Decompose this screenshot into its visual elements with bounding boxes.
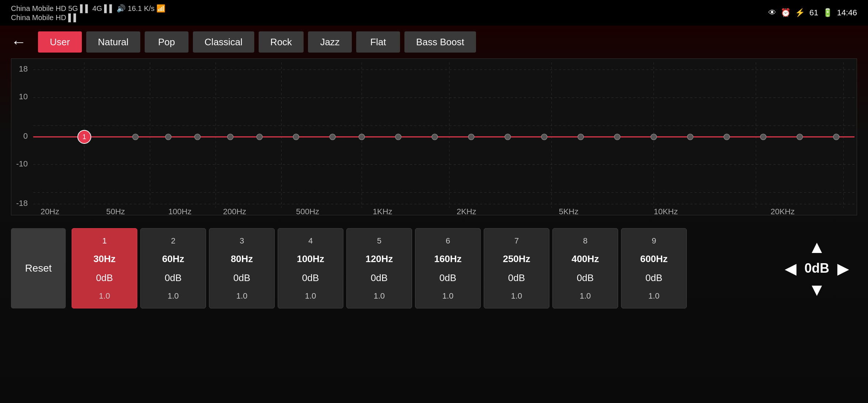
preset-rock[interactable]: Rock [259,31,304,53]
band-8-q: 1.0 [580,291,591,301]
svg-point-42 [760,134,766,140]
db-decrease-button[interactable]: ◀ [785,260,796,277]
svg-point-25 [165,134,171,140]
band-2-q: 1.0 [168,291,179,301]
band-8-freq: 400Hz [571,253,599,265]
svg-text:5KHz: 5KHz [559,207,579,215]
band-1-freq: 30Hz [94,253,116,265]
reset-button[interactable]: Reset [11,228,66,308]
preset-jazz[interactable]: Jazz [308,31,352,53]
svg-text:500Hz: 500Hz [296,207,319,215]
svg-point-40 [687,134,693,140]
band-3-db: 0dB [233,272,250,284]
preset-flat[interactable]: Flat [356,31,400,53]
band-list: 1 30Hz 0dB 1.0 2 60Hz 0dB 1.0 3 80Hz 0dB… [72,228,766,308]
svg-point-27 [227,134,233,140]
svg-text:1: 1 [83,133,86,141]
carrier-info-2: China Mobile HD ▌▌ [11,14,166,22]
band-2[interactable]: 2 60Hz 0dB 1.0 [140,228,206,308]
band-9-num: 9 [652,236,656,246]
down-arrow-button[interactable]: ▼ [808,281,826,299]
band-1-num: 1 [102,236,107,246]
band-1[interactable]: 1 30Hz 0dB 1.0 [72,228,137,308]
band-5-q: 1.0 [374,291,385,301]
preset-classical[interactable]: Classical [193,31,254,53]
status-right: 👁 ⏰ ⚡ 61 🔋 14:46 [768,8,857,18]
band-6-q: 1.0 [442,291,454,301]
svg-text:-18: -18 [16,199,28,208]
band-3-num: 3 [240,236,244,246]
db-value: 0dB [802,261,831,276]
band-9-q: 1.0 [648,291,660,301]
preset-bass-boost[interactable]: Bass Boost [404,31,476,53]
band-3-freq: 80Hz [231,253,253,265]
band-2-num: 2 [171,236,175,246]
band-7[interactable]: 7 250Hz 0dB 1.0 [484,228,549,308]
band-7-db: 0dB [508,272,525,284]
band-4-q: 1.0 [305,291,316,301]
svg-text:50Hz: 50Hz [106,207,125,215]
alarm-icon: ⏰ [781,8,791,18]
db-display: ◀ 0dB ▶ [785,260,849,277]
band-4-num: 4 [308,236,313,246]
band-6[interactable]: 6 160Hz 0dB 1.0 [415,228,481,308]
preset-pop[interactable]: Pop [145,31,189,53]
svg-text:10KHz: 10KHz [654,207,678,215]
eq-chart-container: 18 10 0 -10 -18 1 [11,58,857,215]
svg-text:10: 10 [19,92,28,101]
back-button[interactable]: ← [11,34,34,50]
eye-icon: 👁 [768,8,776,18]
band-5-db: 0dB [371,272,388,284]
svg-text:0: 0 [23,131,28,141]
right-controls: ▲ ◀ 0dB ▶ ▼ [777,228,857,308]
svg-point-35 [505,134,511,140]
svg-point-37 [578,134,584,140]
band-7-q: 1.0 [511,291,522,301]
svg-text:200Hz: 200Hz [223,207,246,215]
battery-icon: 🔋 [823,8,833,18]
preset-natural[interactable]: Natural [86,31,140,53]
eq-chart[interactable]: 18 10 0 -10 -18 1 [11,58,857,215]
svg-point-39 [651,134,656,140]
svg-text:1KHz: 1KHz [373,207,392,215]
svg-point-41 [724,134,730,140]
db-increase-button[interactable]: ▶ [837,260,849,277]
main-content: ← User Natural Pop Classical Rock Jazz F… [0,26,868,403]
svg-text:18: 18 [19,64,28,73]
band-2-freq: 60Hz [162,253,184,265]
svg-point-29 [293,134,299,140]
band-9-freq: 600Hz [640,253,667,265]
bluetooth-icon: ⚡ [795,8,805,18]
svg-text:20Hz: 20Hz [41,207,59,215]
svg-text:-10: -10 [16,159,28,168]
svg-point-32 [395,134,401,140]
band-5-num: 5 [377,236,381,246]
svg-text:2KHz: 2KHz [457,207,476,215]
band-5[interactable]: 5 120Hz 0dB 1.0 [346,228,412,308]
up-arrow-button[interactable]: ▲ [808,238,826,256]
band-2-db: 0dB [165,272,182,284]
band-3[interactable]: 3 80Hz 0dB 1.0 [209,228,275,308]
band-8[interactable]: 8 400Hz 0dB 1.0 [552,228,618,308]
band-8-db: 0dB [577,272,594,284]
time-display: 14:46 [837,8,857,18]
band-4[interactable]: 4 100Hz 0dB 1.0 [278,228,343,308]
band-3-q: 1.0 [236,291,248,301]
battery-display: 61 [809,8,818,18]
svg-point-33 [432,134,438,140]
svg-point-30 [330,134,335,140]
band-8-num: 8 [583,236,587,246]
band-4-freq: 100Hz [297,253,324,265]
band-4-db: 0dB [302,272,319,284]
svg-point-26 [195,134,201,140]
svg-text:20KHz: 20KHz [770,207,795,215]
preset-user[interactable]: User [38,31,82,53]
band-7-freq: 250Hz [503,253,530,265]
band-9[interactable]: 9 600Hz 0dB 1.0 [621,228,687,308]
carrier-info: China Mobile HD 5G ▌▌ 4G ▌▌ 🔊 16.1 K/s 📶 [11,4,166,13]
svg-point-36 [541,134,547,140]
svg-point-38 [614,134,620,140]
band-5-freq: 120Hz [365,253,393,265]
band-6-db: 0dB [439,272,456,284]
svg-point-28 [256,134,262,140]
